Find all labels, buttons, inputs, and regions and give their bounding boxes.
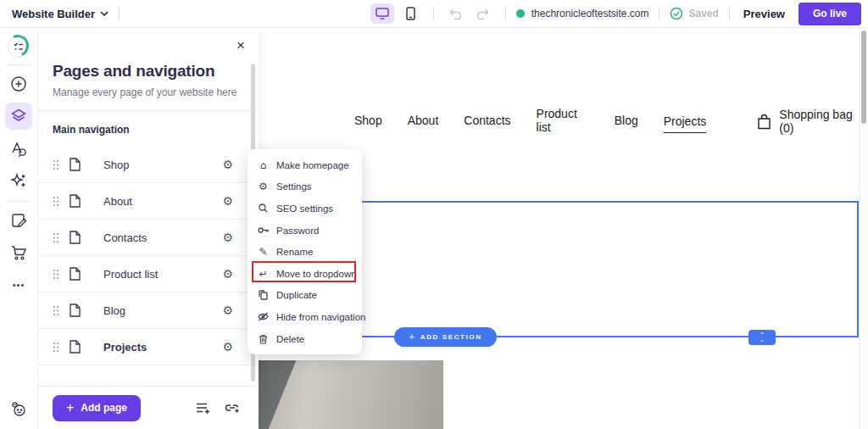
page-settings-gear-icon[interactable]: ⚙ bbox=[222, 268, 233, 280]
menu-item-settings[interactable]: ⚙ Settings bbox=[248, 176, 362, 198]
more-dots-icon[interactable]: ••• bbox=[5, 271, 32, 298]
add-navigation-item-icon[interactable] bbox=[196, 402, 210, 415]
site-nav-link-blog[interactable]: Blog bbox=[615, 114, 638, 129]
left-icon-rail: ••• bbox=[0, 28, 38, 429]
menu-item-seo-settings[interactable]: SEO settings bbox=[248, 198, 362, 220]
divider bbox=[433, 7, 434, 20]
app-title: Website Builder bbox=[12, 8, 95, 20]
page-scrollbar-thumb[interactable] bbox=[861, 31, 866, 124]
drag-handle-icon[interactable] bbox=[53, 233, 58, 242]
undo-icon bbox=[449, 8, 462, 20]
mobile-icon bbox=[406, 7, 415, 20]
plus-icon: + bbox=[409, 332, 414, 342]
page-icon bbox=[70, 231, 81, 244]
store-cart-icon[interactable] bbox=[5, 239, 32, 266]
shopping-bag-button[interactable]: Shopping bag (0) bbox=[757, 108, 859, 135]
menu-item-make-homepage[interactable]: ⌂ Make homepage bbox=[248, 154, 362, 176]
page-row-blog[interactable]: Blog ⚙ bbox=[38, 292, 259, 329]
undo-button[interactable] bbox=[444, 3, 468, 24]
menu-item-rename[interactable]: ✎ Rename bbox=[248, 241, 362, 263]
panel-subtitle: Manage every page of your website here bbox=[53, 86, 242, 98]
section-resize-handle[interactable]: ⌃ ⌄ bbox=[748, 330, 776, 345]
page-settings-gear-icon[interactable]: ⚙ bbox=[222, 341, 233, 353]
page-row-contacts[interactable]: Contacts ⚙ bbox=[38, 220, 259, 256]
close-icon[interactable]: × bbox=[236, 38, 245, 53]
main-navigation-label: Main navigation bbox=[38, 111, 259, 147]
page-settings-gear-icon[interactable]: ⚙ bbox=[222, 231, 233, 243]
duplicate-icon bbox=[258, 290, 269, 300]
page-icon bbox=[70, 267, 81, 281]
progress-arc bbox=[3, 31, 31, 59]
drag-handle-icon[interactable] bbox=[53, 343, 58, 352]
shopping-bag-label: Shopping bag (0) bbox=[779, 108, 859, 135]
pages-layers-icon[interactable] bbox=[5, 103, 32, 130]
pencil-icon: ✎ bbox=[258, 246, 269, 258]
go-live-button[interactable]: Go live bbox=[798, 3, 861, 25]
drag-handle-icon[interactable] bbox=[53, 197, 58, 206]
page-row-projects[interactable]: Projects ⚙ bbox=[38, 329, 259, 365]
page-context-menu: ⌂ Make homepage ⚙ Settings SEO settings … bbox=[248, 149, 362, 354]
trash-icon bbox=[258, 334, 269, 344]
help-feedback-icon[interactable] bbox=[5, 395, 32, 422]
design-text-icon[interactable] bbox=[5, 135, 32, 162]
blog-icon[interactable] bbox=[5, 207, 32, 234]
redo-button[interactable] bbox=[471, 3, 495, 24]
panel-header: Pages and navigation Manage every page o… bbox=[38, 28, 259, 110]
page-row-product-list[interactable]: Product list ⚙ bbox=[38, 256, 259, 292]
add-link-icon[interactable] bbox=[225, 402, 240, 415]
page-settings-gear-icon[interactable]: ⚙ bbox=[222, 159, 233, 170]
redo-icon bbox=[476, 8, 489, 20]
setup-checklist-icon[interactable] bbox=[8, 36, 30, 58]
page-row-shop[interactable]: Shop ⚙ bbox=[38, 147, 259, 183]
pages-panel: × Pages and navigation Manage every page… bbox=[38, 28, 259, 429]
return-arrow-icon: ↵ bbox=[258, 268, 269, 280]
preview-button[interactable]: Preview bbox=[743, 8, 785, 20]
site-domain[interactable]: thechronicleoftestsite.com bbox=[531, 8, 649, 20]
drag-handle-icon[interactable] bbox=[53, 270, 58, 279]
drag-handle-icon[interactable] bbox=[53, 306, 58, 315]
page-settings-gear-icon[interactable]: ⚙ bbox=[222, 304, 233, 316]
site-nav-link-projects[interactable]: Projects bbox=[664, 114, 707, 133]
top-bar: Website Builder bbox=[0, 0, 868, 28]
page-settings-gear-icon[interactable]: ⚙ bbox=[222, 195, 233, 207]
divider bbox=[659, 7, 659, 20]
pages-list: Shop ⚙ About ⚙ Contacts ⚙ Product list bbox=[38, 147, 259, 365]
page-row-about[interactable]: About ⚙ bbox=[38, 183, 259, 220]
divider bbox=[7, 201, 31, 202]
add-element-icon[interactable] bbox=[5, 70, 32, 98]
divider bbox=[505, 7, 506, 20]
add-page-button[interactable]: + Add page bbox=[53, 395, 141, 421]
desktop-view-button[interactable] bbox=[370, 3, 394, 24]
page-icon bbox=[70, 304, 81, 317]
drag-handle-icon[interactable] bbox=[53, 160, 58, 170]
site-nav-link-shop[interactable]: Shop bbox=[354, 114, 382, 129]
menu-item-hide-from-navigation[interactable]: Hide from navigation bbox=[248, 306, 362, 328]
chevron-down-icon bbox=[100, 11, 108, 16]
chevron-down-icon: ⌄ bbox=[760, 337, 765, 342]
desktop-icon bbox=[376, 8, 389, 20]
menu-item-password[interactable]: Password bbox=[248, 220, 362, 242]
site-navigation: Shop About Contacts Product list Blog Pr… bbox=[354, 107, 859, 136]
add-section-button[interactable]: + ADD SECTION bbox=[394, 327, 497, 347]
page-icon bbox=[70, 194, 81, 208]
panel-title: Pages and navigation bbox=[53, 62, 242, 81]
divider bbox=[7, 64, 31, 65]
ai-sparkles-icon[interactable] bbox=[5, 167, 32, 194]
site-nav-link-product-list[interactable]: Product list bbox=[537, 107, 589, 136]
menu-item-delete[interactable]: Delete bbox=[248, 328, 362, 350]
page-icon bbox=[70, 158, 81, 171]
saved-status: Saved bbox=[688, 8, 718, 20]
mobile-view-button[interactable] bbox=[399, 3, 423, 24]
site-nav-link-contacts[interactable]: Contacts bbox=[464, 114, 510, 129]
eye-off-icon bbox=[258, 312, 269, 321]
divider bbox=[729, 7, 730, 20]
page-scrollbar-track[interactable] bbox=[859, 28, 868, 429]
menu-item-move-to-dropdown[interactable]: ↵ Move to dropdown bbox=[248, 263, 362, 285]
saved-check-icon bbox=[670, 7, 683, 20]
key-icon bbox=[258, 226, 269, 234]
menu-item-duplicate[interactable]: Duplicate bbox=[248, 285, 362, 307]
search-icon bbox=[258, 203, 269, 213]
site-nav-link-about[interactable]: About bbox=[408, 114, 439, 129]
shopping-bag-icon bbox=[757, 114, 771, 130]
app-title-dropdown[interactable]: Website Builder bbox=[12, 8, 108, 20]
